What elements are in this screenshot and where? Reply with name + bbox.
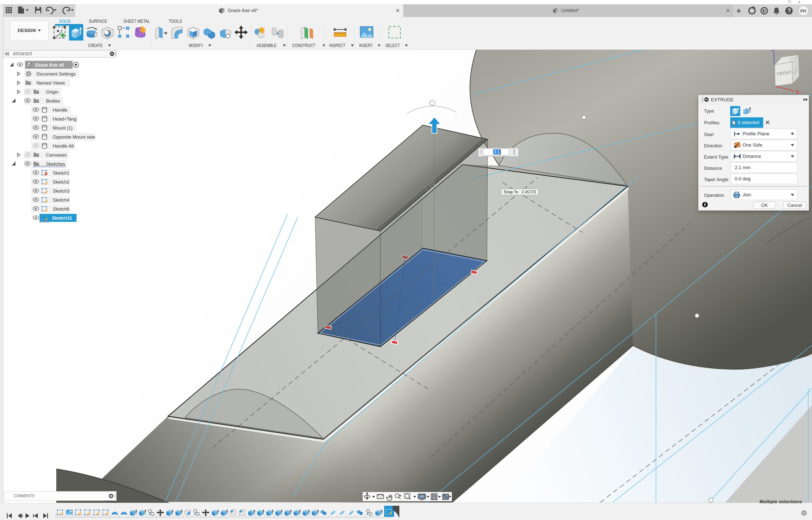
- svg-text:Canvases: Canvases: [46, 152, 67, 158]
- svg-text:Sketch2: Sketch2: [53, 179, 70, 185]
- svg-text:Sketch4: Sketch4: [53, 197, 70, 203]
- svg-text:Opposite Mount side: Opposite Mount side: [53, 134, 95, 139]
- svg-text:Bodies: Bodies: [46, 98, 60, 104]
- svg-text:X: X: [796, 89, 799, 95]
- svg-text:Sketch6: Sketch6: [53, 206, 70, 212]
- svg-text:Handle: Handle: [53, 107, 68, 112]
- svg-text:?: ?: [787, 7, 791, 14]
- svg-text:Head+Tang: Head+Tang: [53, 116, 77, 122]
- svg-text:Handle Alt: Handle Alt: [53, 143, 74, 149]
- svg-text:Graze Axe v6: Graze Axe v6: [35, 62, 64, 68]
- svg-text:Named Views: Named Views: [36, 80, 65, 85]
- svg-text:Sketch11: Sketch11: [52, 215, 72, 220]
- svg-text:PH: PH: [800, 9, 806, 14]
- svg-text:Origin: Origin: [46, 89, 58, 95]
- svg-text:Sketch1: Sketch1: [53, 170, 70, 176]
- svg-text:Sketch3: Sketch3: [53, 188, 70, 193]
- svg-text:Mount (1): Mount (1): [53, 125, 73, 131]
- svg-text:Document Settings: Document Settings: [36, 71, 76, 77]
- svg-text:2.1: 2.1: [494, 150, 500, 154]
